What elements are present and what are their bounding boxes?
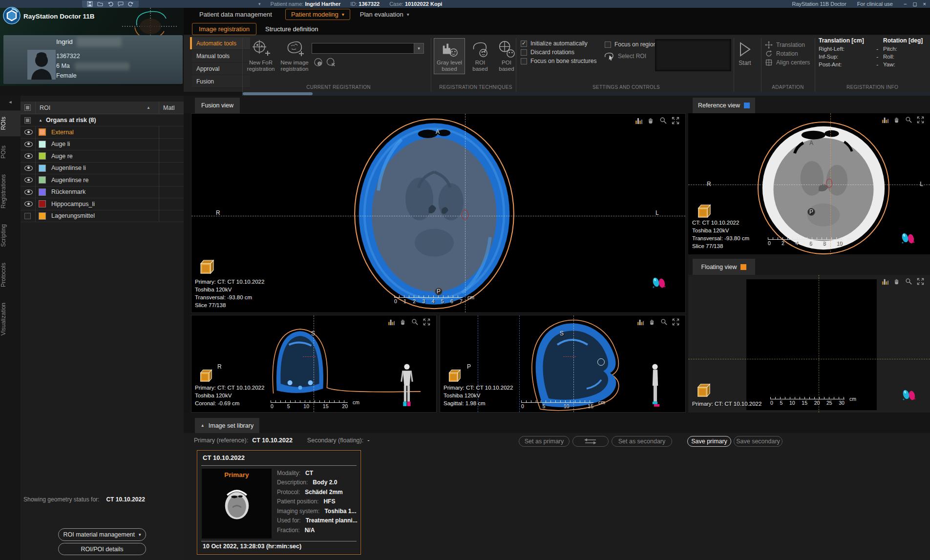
gray-level-based-button[interactable]: Gray levelbased	[434, 38, 465, 74]
select-all-checkbox[interactable]	[24, 104, 31, 111]
undo-icon[interactable]	[107, 1, 113, 7]
select-roi-button[interactable]: Select ROI	[604, 52, 646, 61]
pan-hand-icon[interactable]	[893, 278, 901, 285]
image-set-card[interactable]: CT 10.10.2022 Primary Modality:CT Descri…	[197, 450, 361, 555]
slice-cube-icon[interactable]	[696, 382, 711, 397]
settings-checkbox-row[interactable]: Initialize automatically	[521, 40, 596, 47]
3d-glasses-icon[interactable]	[650, 273, 667, 290]
tool-category-tab[interactable]: Fusion	[192, 75, 250, 88]
roi-column-header[interactable]: ROI	[40, 104, 50, 111]
pan-hand-icon[interactable]	[649, 318, 656, 326]
save-primary-button[interactable]: Save primary	[687, 436, 731, 447]
pan-hand-icon[interactable]	[893, 116, 901, 124]
module-tab[interactable]: Image registration	[192, 23, 256, 35]
reference-viewport[interactable]: A P R L CT: CT 10.10.2022Toshiba 120kVTr…	[688, 113, 930, 254]
maximize-button[interactable]: ◻	[912, 1, 917, 7]
visibility-eye-icon[interactable]	[24, 177, 33, 183]
fullscreen-icon[interactable]	[917, 278, 924, 285]
visibility-eye-icon[interactable]	[24, 129, 33, 135]
roi-material-management-button[interactable]: ROI material management▾	[58, 528, 146, 541]
settings-checkbox-row[interactable]: Focus on bone structures	[521, 58, 596, 64]
visibility-checkbox[interactable]	[24, 213, 31, 219]
slice-cube-icon[interactable]	[198, 258, 215, 274]
slice-cube-icon[interactable]	[447, 368, 462, 382]
visibility-eye-icon[interactable]	[24, 153, 33, 159]
sidebar-tab[interactable]: Visualization	[0, 296, 21, 342]
combobox-dropdown-icon[interactable]: ▾	[414, 43, 423, 53]
main-tab[interactable]: Patient data management	[193, 9, 281, 20]
pan-hand-icon[interactable]	[400, 318, 407, 326]
tool-category-tab[interactable]: Approval	[192, 62, 250, 75]
pan-hand-icon[interactable]	[647, 117, 655, 124]
group-visibility-checkbox[interactable]	[24, 117, 31, 124]
group-collapse-icon[interactable]: ▲	[39, 118, 42, 123]
minimize-button[interactable]: −	[904, 1, 907, 7]
registration-info-icon[interactable]	[314, 58, 323, 67]
sidebar-tab[interactable]: ROIs	[0, 110, 21, 136]
main-tab[interactable]: Patient modeling▾	[285, 9, 350, 20]
clear-registration-icon[interactable]	[326, 58, 336, 67]
window-level-icon[interactable]	[882, 278, 889, 285]
fullscreen-icon[interactable]	[423, 318, 430, 326]
focus-roi-listbox[interactable]	[655, 39, 731, 71]
zoom-icon[interactable]	[659, 117, 667, 124]
module-tab[interactable]: Structure definition	[258, 23, 325, 35]
window-level-icon[interactable]	[882, 116, 889, 124]
redo-icon[interactable]	[128, 1, 134, 7]
new-image-registration-button[interactable]: New imageregistration	[278, 39, 311, 72]
new-for-registration-button[interactable]: New FoRregistration	[245, 39, 276, 72]
zoom-icon[interactable]	[905, 278, 912, 285]
window-level-icon[interactable]	[637, 318, 644, 326]
visibility-eye-icon[interactable]	[24, 189, 33, 195]
translation-button[interactable]: Translation	[765, 41, 805, 49]
floating-viewport[interactable]: Primary: CT: CT 10.10.2022 051015202530 …	[688, 275, 930, 413]
image-set-library-tab[interactable]: ▲ Image set library	[195, 418, 259, 433]
message-icon[interactable]	[118, 1, 124, 7]
visibility-eye-icon[interactable]	[24, 201, 33, 207]
floating-view-tab[interactable]: Floating view	[693, 259, 755, 275]
set-as-primary-button[interactable]: Set as primary	[519, 436, 570, 447]
sidebar-tab[interactable]: POIs	[0, 139, 21, 165]
visibility-eye-icon[interactable]	[24, 166, 33, 171]
registration-select-combobox[interactable]: ▾	[312, 43, 424, 54]
sidebar-tab[interactable]: Registrations	[0, 168, 21, 215]
material-column-header[interactable]: Matl	[163, 104, 175, 111]
slice-cube-icon[interactable]	[696, 203, 712, 218]
fusion-viewport[interactable]: A P R L Primary: CT: CT 10.10.2022Toshib…	[191, 113, 686, 313]
tool-category-tab[interactable]: Automatic tools	[192, 37, 250, 50]
coronal-viewport[interactable]: S R Primary: CT: CT 10.10.2022Toshiba 12…	[191, 315, 437, 413]
sidebar-collapse-icon[interactable]: ◄	[8, 100, 13, 104]
sidebar-tab[interactable]: Protocols	[0, 256, 21, 293]
settings-checkbox-row[interactable]: Discard rotations	[521, 49, 596, 56]
main-tab[interactable]: Plan evaluation▾	[354, 9, 415, 20]
fullscreen-icon[interactable]	[672, 117, 679, 124]
roi-poi-details-button[interactable]: ROI/POI details	[58, 543, 146, 555]
visibility-eye-icon[interactable]	[24, 142, 33, 147]
3d-glasses-icon[interactable]	[899, 228, 916, 246]
zoom-icon[interactable]	[411, 318, 419, 326]
fullscreen-icon[interactable]	[672, 318, 679, 326]
slice-cube-icon[interactable]	[198, 368, 213, 382]
tool-category-tab[interactable]: Manual tools	[192, 50, 250, 62]
open-icon[interactable]	[97, 1, 103, 7]
3d-glasses-icon[interactable]	[900, 385, 917, 403]
save-icon[interactable]	[87, 1, 93, 7]
save-secondary-button[interactable]: Save secondary	[734, 436, 782, 447]
zoom-icon[interactable]	[905, 116, 912, 124]
close-button[interactable]: ×	[923, 1, 926, 7]
set-as-secondary-button[interactable]: Set as secondary	[612, 436, 672, 447]
zoom-icon[interactable]	[660, 318, 668, 326]
fusion-view-tab[interactable]: Fusion view	[195, 98, 240, 113]
roi-based-button[interactable]: ROIbased	[468, 38, 492, 74]
sagittal-viewport[interactable]: S P Primary: CT: CT 10.10.2022Toshiba 12…	[440, 315, 686, 413]
sidebar-tab[interactable]: Scripting	[0, 218, 21, 253]
window-level-icon[interactable]	[388, 318, 395, 326]
reference-view-tab[interactable]: Reference view	[693, 98, 755, 113]
roi-group-row[interactable]: ▲ Organs at risk (8)	[21, 114, 184, 126]
sort-ascending-icon[interactable]: ▲	[147, 105, 150, 110]
align-centers-button[interactable]: Align centers	[765, 59, 810, 66]
swap-primary-secondary-button[interactable]	[572, 436, 609, 447]
ribbon-scrollbar[interactable]	[243, 92, 930, 96]
focus-on-region-checkbox[interactable]: Focus on region	[605, 41, 656, 48]
window-level-icon[interactable]	[635, 117, 643, 124]
